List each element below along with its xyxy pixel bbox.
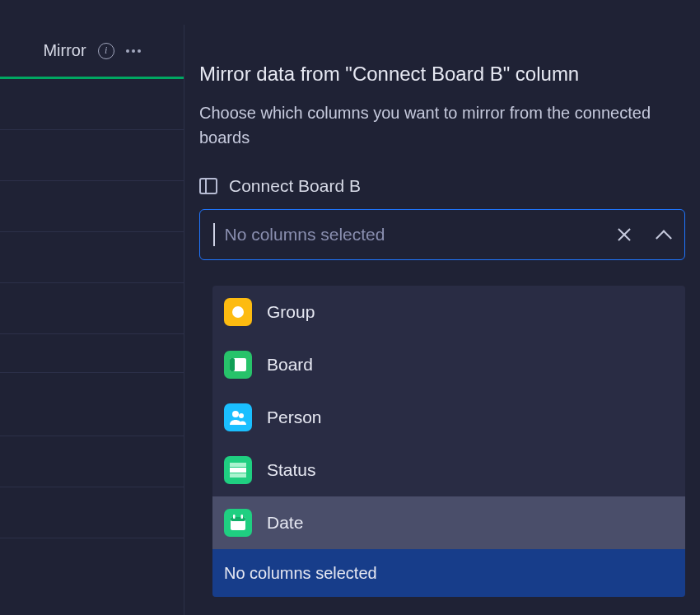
columns-select[interactable]: No columns selected	[199, 209, 685, 260]
svg-rect-6	[230, 468, 246, 473]
column-title: Mirror	[43, 41, 86, 60]
board-outline-icon	[199, 178, 217, 194]
status-type-icon	[224, 456, 252, 484]
svg-rect-10	[233, 515, 236, 519]
kebab-icon[interactable]	[126, 49, 141, 53]
dropdown-option-label: Board	[267, 355, 313, 375]
svg-rect-2	[230, 358, 235, 371]
svg-point-3	[232, 411, 239, 417]
columns-select-placeholder: No columns selected	[225, 225, 608, 245]
dropdown-option-status[interactable]: Status	[212, 444, 685, 496]
info-icon[interactable]: i	[98, 43, 114, 59]
dropdown-option-label: Status	[267, 460, 316, 480]
svg-point-0	[232, 306, 244, 318]
svg-point-4	[239, 413, 244, 418]
panel-subtitle: Choose which columns you want to mirror …	[199, 100, 685, 150]
dropdown-option-board[interactable]: Board	[212, 338, 685, 391]
source-board-row: Connect Board B	[199, 176, 685, 196]
dropdown-option-label: Date	[267, 513, 303, 533]
svg-rect-11	[241, 515, 244, 519]
dropdown-option-date[interactable]: Date	[212, 496, 685, 549]
text-cursor	[213, 223, 215, 246]
svg-rect-5	[230, 463, 246, 467]
column-header[interactable]: Mirror i	[0, 25, 184, 79]
svg-rect-7	[230, 473, 246, 478]
board-rows-placeholder	[0, 79, 184, 538]
dropdown-footer-text: No columns selected	[224, 564, 377, 583]
person-type-icon	[224, 403, 252, 431]
dropdown-option-label: Person	[267, 408, 322, 427]
panel-heading: Mirror data from "Connect Board B" colum…	[199, 63, 685, 86]
svg-rect-9	[231, 517, 245, 521]
dropdown-option-person[interactable]: Person	[212, 391, 685, 444]
board-column-mirror: Mirror i	[0, 25, 184, 615]
group-type-icon	[224, 298, 252, 326]
board-type-icon	[224, 351, 252, 379]
dropdown-footer[interactable]: No columns selected	[212, 549, 685, 597]
columns-dropdown: Group Board Person	[212, 286, 685, 597]
date-type-icon	[224, 509, 252, 537]
dropdown-option-label: Group	[267, 302, 315, 322]
dropdown-option-group[interactable]: Group	[212, 286, 685, 338]
chevron-up-icon[interactable]	[656, 230, 672, 246]
close-icon[interactable]	[617, 227, 632, 242]
source-board-name: Connect Board B	[229, 176, 361, 196]
